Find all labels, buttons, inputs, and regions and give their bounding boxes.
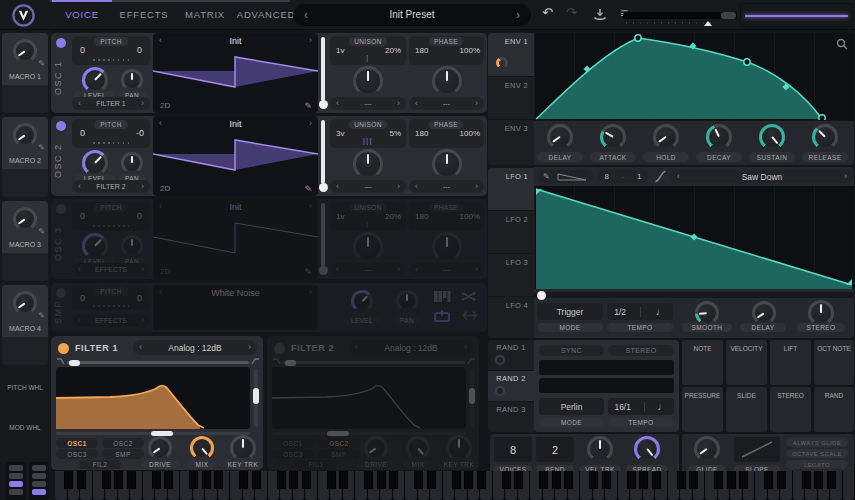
filter2-input-fil1[interactable]: FIL1 xyxy=(295,460,337,469)
filter1-mix-knob[interactable] xyxy=(190,436,214,460)
lfo-grid-y[interactable]: 1 xyxy=(637,172,641,181)
osc2-phase-box[interactable]: 180 PHASE 100% xyxy=(409,119,484,148)
tab-advanced[interactable]: ADVANCED xyxy=(236,9,296,20)
preset-next-icon[interactable]: › xyxy=(516,9,520,21)
filter1-keytrack-knob[interactable] xyxy=(230,435,256,461)
mod-source-velocity[interactable]: VELOCITY xyxy=(726,340,767,385)
smp-sample-display[interactable]: ‹ White Noise › xyxy=(153,285,318,330)
osc3-wavetable-display[interactable]: ‹ Init › 2D ✎ xyxy=(153,199,318,279)
piano-key-black[interactable] xyxy=(452,471,461,489)
piano-key-black[interactable] xyxy=(289,471,298,489)
piano-key-black[interactable] xyxy=(277,471,286,489)
prev-icon[interactable]: ‹ xyxy=(355,343,358,352)
smp-pitch-box[interactable]: 0 PITCH 0 xyxy=(72,286,150,310)
mod-source-rand[interactable]: RAND xyxy=(814,387,854,432)
edit-pencil-icon[interactable]: ✎ xyxy=(38,143,45,152)
rand-mode-value[interactable]: Perlin xyxy=(561,402,583,412)
always-glide-toggle[interactable]: ALWAYS GLIDE xyxy=(786,438,848,447)
next-icon[interactable]: › xyxy=(141,182,144,191)
legato-toggle[interactable]: LEGATO xyxy=(786,460,848,469)
mod-wheel[interactable] xyxy=(29,462,49,500)
loop-icon[interactable] xyxy=(433,309,451,322)
piano-key-black[interactable] xyxy=(164,471,173,489)
bend-value[interactable]: 2 xyxy=(552,444,558,456)
osc3-wave-frame-handle[interactable] xyxy=(319,266,328,275)
lfo-grid-button[interactable]: 8 - 1 xyxy=(598,170,648,183)
save-icon[interactable] xyxy=(593,8,607,22)
lfo-grid-x[interactable]: 8 xyxy=(604,172,608,181)
redo-icon[interactable]: ↷ xyxy=(566,5,577,20)
next-icon[interactable]: › xyxy=(309,202,312,211)
spread-knob[interactable] xyxy=(634,436,660,462)
rand-tempo-value[interactable]: 16/1 xyxy=(614,402,631,412)
piano-key-black[interactable] xyxy=(189,471,198,489)
osc2-transpose[interactable]: 0 xyxy=(80,128,85,138)
filter2-response-display[interactable] xyxy=(272,367,466,429)
tab-env-1[interactable]: ENV 1 xyxy=(488,33,534,76)
osc2-phase-knob[interactable] xyxy=(432,149,462,179)
rand-stereo-button[interactable]: STEREO xyxy=(608,345,674,356)
lfo-delay-knob[interactable] xyxy=(752,301,776,325)
osc2-unison-knob[interactable] xyxy=(353,149,383,179)
osc3-power-toggle[interactable] xyxy=(56,204,66,214)
osc3-phase-value[interactable]: 180 xyxy=(415,212,428,221)
osc2-routing-selector[interactable]: ‹ FILTER 2 › xyxy=(72,180,150,193)
random-phase-icon[interactable] xyxy=(461,290,477,303)
osc3-phase-rand[interactable]: 100% xyxy=(460,212,480,221)
piano-keyboard[interactable] xyxy=(55,471,855,500)
filter1-drive-knob[interactable] xyxy=(148,436,172,460)
piano-key-black[interactable] xyxy=(802,471,811,489)
glide-knob[interactable] xyxy=(694,436,720,462)
next-icon[interactable]: › xyxy=(475,99,478,108)
piano-key-black[interactable] xyxy=(364,471,373,489)
piano-key-black[interactable] xyxy=(502,471,511,489)
tab-env-2[interactable]: ENV 2 xyxy=(488,77,534,119)
prev-icon[interactable]: ‹ xyxy=(336,182,339,191)
next-icon[interactable]: › xyxy=(309,36,312,45)
osc1-wave-frame-slider[interactable] xyxy=(321,37,325,101)
edit-pencil-icon[interactable]: ✎ xyxy=(38,59,45,68)
filter2-power-toggle[interactable] xyxy=(274,343,285,354)
osc1-wave-frame-handle[interactable] xyxy=(319,100,328,109)
osc2-phase-rand[interactable]: 100% xyxy=(460,129,480,138)
lfo-mode-box[interactable]: Trigger xyxy=(537,303,603,320)
macro2-knob[interactable] xyxy=(13,123,37,147)
piano-key-black[interactable] xyxy=(214,471,223,489)
voices-value-box[interactable]: 8 xyxy=(494,437,532,462)
osc3-wave-frame-slider[interactable] xyxy=(321,203,325,267)
piano-key-black[interactable] xyxy=(477,471,486,489)
next-icon[interactable]: › xyxy=(397,265,400,274)
filter2-drive-knob[interactable] xyxy=(364,436,388,460)
piano-key-black[interactable] xyxy=(689,471,698,489)
volume-slider-handle[interactable] xyxy=(721,12,736,19)
piano-key[interactable] xyxy=(843,471,855,500)
piano-key-black[interactable] xyxy=(327,471,336,489)
lfo-tempo-value[interactable]: 1/2 xyxy=(614,307,626,317)
filter1-input-osc1[interactable]: OSC1 xyxy=(56,438,98,448)
edit-pencil-icon[interactable]: ✎ xyxy=(543,172,550,181)
filter2-input-osc3[interactable]: OSC3 xyxy=(272,449,314,459)
next-icon[interactable]: › xyxy=(141,265,144,274)
osc2-unison-box[interactable]: 3v UNISON 5% ||| xyxy=(330,119,406,148)
preset-browser[interactable]: ‹ Init Preset › xyxy=(293,4,531,26)
piano-key-black[interactable] xyxy=(652,471,661,489)
osc1-level-knob[interactable] xyxy=(82,67,108,93)
next-icon[interactable]: › xyxy=(309,288,312,297)
next-icon[interactable]: › xyxy=(397,99,400,108)
note-icon[interactable]: ♩ xyxy=(656,306,666,317)
tab-lfo-1[interactable]: LFO 1 xyxy=(488,168,534,210)
prev-icon[interactable]: ‹ xyxy=(415,182,418,191)
edit-pencil-icon[interactable]: ✎ xyxy=(304,101,312,111)
mod-source-lift[interactable]: LIFT xyxy=(770,340,811,385)
tab-lfo-2[interactable]: LFO 2 xyxy=(488,211,534,253)
voices-value[interactable]: 8 xyxy=(510,444,516,456)
osc3-pitch-box[interactable]: 0 PITCH 0 xyxy=(72,202,150,231)
osc2-power-toggle[interactable] xyxy=(56,121,66,131)
piano-key-black[interactable] xyxy=(252,471,261,489)
osc1-phase-value[interactable]: 180 xyxy=(415,46,428,55)
env-hold-knob[interactable] xyxy=(653,124,679,150)
mod-source-note[interactable]: NOTE xyxy=(682,340,723,385)
prev-icon[interactable]: ‹ xyxy=(336,265,339,274)
osc3-phase-knob[interactable] xyxy=(432,232,462,262)
osc3-unison-knob[interactable] xyxy=(353,232,383,262)
